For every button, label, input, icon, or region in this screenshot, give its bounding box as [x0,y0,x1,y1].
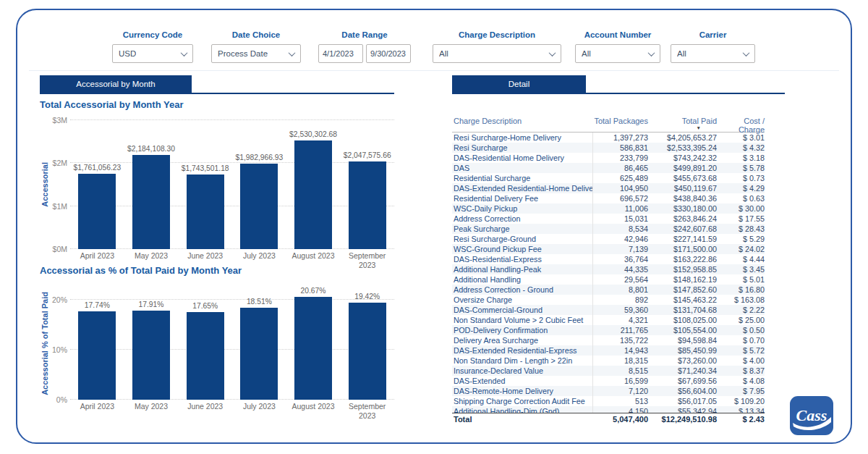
column-header-label: Cost / Charge [739,117,765,134]
bar-august-2023[interactable] [294,140,332,249]
bar-april-2023[interactable] [78,174,116,249]
bar-value-label: 17.74% [85,301,110,309]
table-row[interactable]: Residential Surcharge625,489$455,673.68$… [452,173,765,183]
table-cell: 104,950 [593,183,648,193]
table-cell: DAS [452,163,593,173]
table-cell: $ 5.78 [717,163,765,173]
charge-description-dropdown[interactable]: All [433,44,561,63]
chevron-down-icon [648,49,655,56]
bar-july-2023[interactable] [240,164,278,249]
table-cell: 59,360 [593,305,648,315]
bar-value-label: $1,761,056.23 [73,164,121,172]
table-cell: Insurance-Declared Value [452,366,593,376]
y-axis-tick: $3M [43,116,67,125]
table-cell: $ 0.70 [717,335,765,345]
bar-july-2023[interactable] [240,308,278,400]
plot-area: Accessorial $0M$1M$2M$3M$1,761,056.23$2,… [70,120,394,249]
table-row[interactable]: Non Standard Volume > 2 Cubic Feet4,321$… [452,315,765,325]
table-row[interactable]: WSC-Daily Pickup11,006$330,180.00$ 30.00 [452,203,765,214]
bar-june-2023[interactable] [187,175,224,249]
bar-value-label: 17.91% [139,300,164,308]
table-total-row[interactable]: Total5,047,400$12,249,510.98$ 2.43 [452,413,765,426]
date-choice-dropdown[interactable]: Process Date [211,44,301,63]
table-row[interactable]: POD-Delivery Confirmation211,765$105,554… [452,325,765,335]
table-cell: DAS-Commercial-Ground [452,305,593,315]
filter-account-number: Account NumberAll [575,30,660,63]
x-axis-label: September 2023 [340,402,394,420]
table-cell: $ 13.34 [717,406,765,413]
table-cell: $330,180.00 [648,203,717,214]
currency-code-dropdown[interactable]: USD [112,44,193,63]
column-header-total-paid[interactable]: Total Paid▼ [648,117,717,132]
table-cell: 8,801 [593,285,648,295]
table-cell: $131,704.68 [648,305,717,315]
table-row[interactable]: Peak Surcharge8,534$242,607.68$ 28.43 [452,224,765,234]
table-cell: $ 25.00 [717,315,765,325]
column-header-cost-charge[interactable]: Cost / Charge [717,117,765,132]
bar-may-2023[interactable] [132,311,170,400]
date-range-end-input[interactable]: 9/30/2023 [366,44,411,63]
y-axis-title-text: Accessorial [41,162,49,207]
filters-divider [29,70,839,71]
table-cell: $ 16.80 [717,285,765,295]
bar-april-2023[interactable] [78,311,116,400]
table-cell: 29,564 [593,274,648,285]
table-cell: $ 28.43 [717,224,765,234]
table-row[interactable]: DAS-Commercial-Ground59,360$131,704.68$ … [452,305,765,315]
table-row[interactable]: WSC-Ground Pickup Fee7,139$171,500.00$ 2… [452,244,765,254]
chart-accessorial-percent: Accessorial as % of Total Paid by Month … [40,265,394,420]
table-cell: Address Correction - Ground [452,285,593,295]
table-row[interactable]: DAS-Remote-Home Delivery7,120$56,604.00$… [452,386,765,396]
table-cell: Shipping Charge Correction Audit Fee [452,396,593,406]
table-row[interactable]: Additional Handling29,564$148,162.19$ 5.… [452,274,765,285]
table-row[interactable]: DAS-Residential Home Delivery233,799$743… [452,153,765,163]
bar-august-2023[interactable] [294,297,332,400]
table-cell: $743,242.32 [648,153,717,163]
table-row[interactable]: Non Standard Dim - Length > 22in18,315$7… [452,356,765,366]
table-cell: $163,222.86 [648,254,717,264]
table-cell: 42,946 [593,234,648,244]
y-axis-tick: $2M [43,159,67,167]
table-row[interactable]: Address Correction - Ground8,801$147,852… [452,285,765,295]
table-row[interactable]: Insurance-Declared Value8,515$71,240.34$… [452,366,765,376]
table-cell: $ 4.44 [717,254,765,264]
table-row[interactable]: Resi Surcharge586,831$2,533,395.24$ 4.32 [452,143,765,153]
table-row[interactable]: DAS-Residential-Express36,764$163,222.86… [452,254,765,264]
tab-accessorial-by-month[interactable]: Accessorial by Month [40,75,192,93]
table-cell: $ 3.18 [717,153,765,163]
bar-may-2023[interactable] [132,155,170,249]
tab-underline [452,93,785,94]
table-header: Charge DescriptionTotal PackagesTotal Pa… [452,117,765,133]
table-row[interactable]: DAS-Extended Residential-Express14,943$8… [452,345,765,356]
table-row[interactable]: Resi Surcharge-Ground42,946$227,141.59$ … [452,234,765,244]
date-range-start-input[interactable]: 4/1/2023 [318,44,363,63]
y-axis-title: Accessorial % of Total Paid [40,287,49,400]
bar-september-2023[interactable] [349,303,386,400]
table-row[interactable]: DAS-Extended16,599$67,699.56$ 4.08 [452,376,765,386]
y-axis-title: Accessorial [40,120,49,249]
column-header-charge-description[interactable]: Charge Description [452,117,593,132]
table-row[interactable]: Residential Delivery Fee696,572$438,840.… [452,193,765,203]
table-row[interactable]: Shipping Charge Correction Audit Fee513$… [452,396,765,406]
table-cell: Address Correction [452,214,593,224]
currency-code-value: USD [119,49,136,58]
column-header-label: Total Packages [594,117,648,125]
tab-detail[interactable]: Detail [452,75,586,93]
column-header-total-packages[interactable]: Total Packages [593,117,648,132]
account-number-dropdown[interactable]: All [575,44,660,63]
table-row[interactable]: Address Correction15,031$263,846.24$ 17.… [452,214,765,224]
table-row[interactable]: DAS86,465$499,891.20$ 5.78 [452,163,765,173]
table-row[interactable]: Additional Handling-Peak44,335$152,958.8… [452,264,765,274]
table-cell: Delivery Area Surcharge [452,335,593,345]
table-row[interactable]: DAS-Extended Residential-Home Delivery10… [452,183,765,193]
carrier-dropdown[interactable]: All [671,44,755,63]
table-row[interactable]: Oversize Charge892$145,463.22$ 163.08 [452,295,765,305]
table-row[interactable]: Resi Surcharge-Home Delivery1,397,273$4,… [452,133,765,143]
table-cell: DAS-Residential Home Delivery [452,153,593,163]
table-row[interactable]: Delivery Area Surcharge135,722$94,598.84… [452,335,765,345]
chevron-down-icon [181,49,188,56]
filter-label-date-choice: Date Choice [211,30,301,39]
bar-september-2023[interactable] [349,161,386,249]
table-row[interactable]: Additional Handling-Dim (Gnd)4,150$55,34… [452,406,765,413]
bar-june-2023[interactable] [187,312,224,400]
